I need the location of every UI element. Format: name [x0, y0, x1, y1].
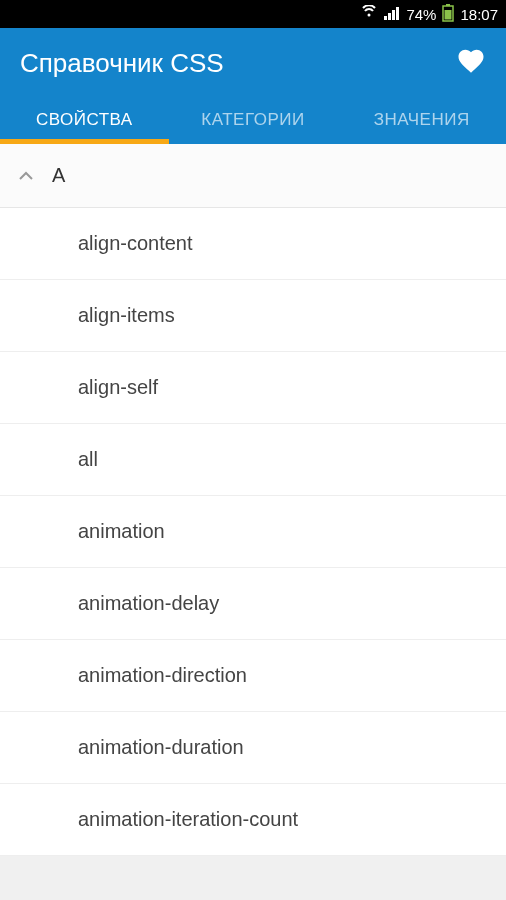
status-bar: 74% 18:07 — [0, 0, 506, 28]
list-item[interactable]: animation-iteration-count — [0, 784, 506, 856]
section-letter: A — [52, 164, 65, 187]
tab-values[interactable]: ЗНАЧЕНИЯ — [337, 94, 506, 144]
battery-icon — [442, 4, 454, 25]
content-list[interactable]: A align-content align-items align-self a… — [0, 144, 506, 856]
list-item[interactable]: animation-duration — [0, 712, 506, 784]
svg-point-0 — [368, 13, 371, 16]
list-item[interactable]: animation-delay — [0, 568, 506, 640]
tab-categories[interactable]: КАТЕГОРИИ — [169, 94, 338, 144]
page-title: Справочник CSS — [20, 48, 224, 79]
svg-rect-4 — [396, 7, 399, 20]
signal-icon — [384, 6, 400, 23]
status-icons: 74% 18:07 — [360, 4, 498, 25]
list-item[interactable]: animation — [0, 496, 506, 568]
svg-rect-2 — [388, 13, 391, 20]
tabs: СВОЙСТВА КАТЕГОРИИ ЗНАЧЕНИЯ — [0, 94, 506, 144]
section-header-a[interactable]: A — [0, 144, 506, 208]
chevron-up-icon — [18, 168, 34, 184]
list-item[interactable]: all — [0, 424, 506, 496]
svg-rect-7 — [445, 10, 452, 20]
list-item[interactable]: animation-direction — [0, 640, 506, 712]
status-time: 18:07 — [460, 6, 498, 23]
svg-rect-1 — [384, 16, 387, 20]
wifi-sync-icon — [360, 5, 378, 24]
app-header: Справочник CSS СВОЙСТВА КАТЕГОРИИ ЗНАЧЕН… — [0, 28, 506, 144]
tab-properties[interactable]: СВОЙСТВА — [0, 94, 169, 144]
list-item[interactable]: align-self — [0, 352, 506, 424]
favorite-button[interactable] — [456, 46, 486, 80]
battery-percent: 74% — [406, 6, 436, 23]
list-item[interactable]: align-items — [0, 280, 506, 352]
svg-rect-3 — [392, 10, 395, 20]
list-item[interactable]: align-content — [0, 208, 506, 280]
